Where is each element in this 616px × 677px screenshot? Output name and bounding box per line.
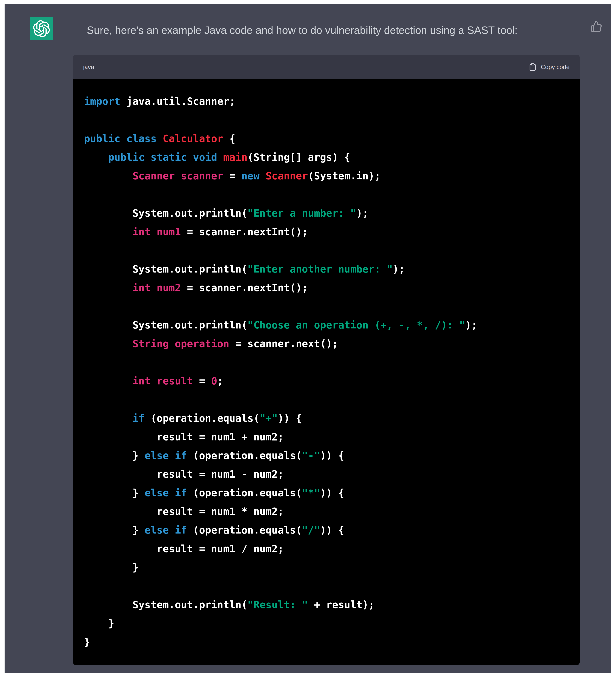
code-line: } else if (operation.equals("*")) { <box>84 484 569 502</box>
message-text: Sure, here's an example Java code and ho… <box>87 23 580 38</box>
code-line: public class Calculator { <box>84 129 569 148</box>
code-line: int num1 = scanner.nextInt(); <box>84 222 569 241</box>
code-line: } <box>84 614 569 633</box>
code-line: String operation = scanner.next(); <box>84 334 569 353</box>
code-line: } <box>84 558 569 577</box>
avatar <box>30 17 53 40</box>
copy-code-button[interactable]: Copy code <box>529 62 570 72</box>
chatgpt-logo-icon <box>33 20 50 37</box>
code-line: result = num1 / num2; <box>84 539 569 558</box>
code-line <box>84 577 569 595</box>
thumbs-up-button[interactable] <box>588 19 604 34</box>
code-line <box>84 353 569 372</box>
code-content: import java.util.Scanner; public class C… <box>84 92 569 651</box>
code-line: result = num1 - num2; <box>84 465 569 484</box>
code-body: import java.util.Scanner; public class C… <box>73 79 580 665</box>
code-line: int result = 0; <box>84 372 569 390</box>
code-line: System.out.println("Result: " + result); <box>84 595 569 614</box>
code-line: System.out.println("Choose an operation … <box>84 316 569 334</box>
language-label: java <box>83 63 94 71</box>
code-header: java Copy code <box>73 55 580 79</box>
code-line: Scanner scanner = new Scanner(System.in)… <box>84 167 569 185</box>
code-line <box>84 390 569 409</box>
code-line: } else if (operation.equals("/")) { <box>84 521 569 539</box>
code-line: import java.util.Scanner; <box>84 92 569 110</box>
code-line: result = num1 * num2; <box>84 502 569 521</box>
assistant-message: Sure, here's an example Java code and ho… <box>5 4 611 673</box>
code-line: } else if (operation.equals("-")) { <box>84 446 569 465</box>
code-line <box>84 241 569 260</box>
code-line <box>84 185 569 204</box>
code-line: if (operation.equals("+")) { <box>84 409 569 427</box>
code-line: result = num1 + num2; <box>84 427 569 446</box>
code-line: System.out.println("Enter a number: "); <box>84 204 569 222</box>
copy-code-label: Copy code <box>541 63 570 71</box>
code-line: } <box>84 633 569 651</box>
page: { "message": { "text": "Sure, here's an … <box>0 0 616 677</box>
code-line: public static void main(String[] args) { <box>84 148 569 167</box>
clipboard-icon <box>529 62 537 72</box>
code-block: java Copy code import java.util.Scanner;… <box>73 55 580 665</box>
code-line: System.out.println("Enter another number… <box>84 260 569 278</box>
code-line <box>84 110 569 129</box>
code-line <box>84 297 569 316</box>
code-line: int num2 = scanner.nextInt(); <box>84 278 569 297</box>
thumbs-up-icon <box>590 20 602 32</box>
